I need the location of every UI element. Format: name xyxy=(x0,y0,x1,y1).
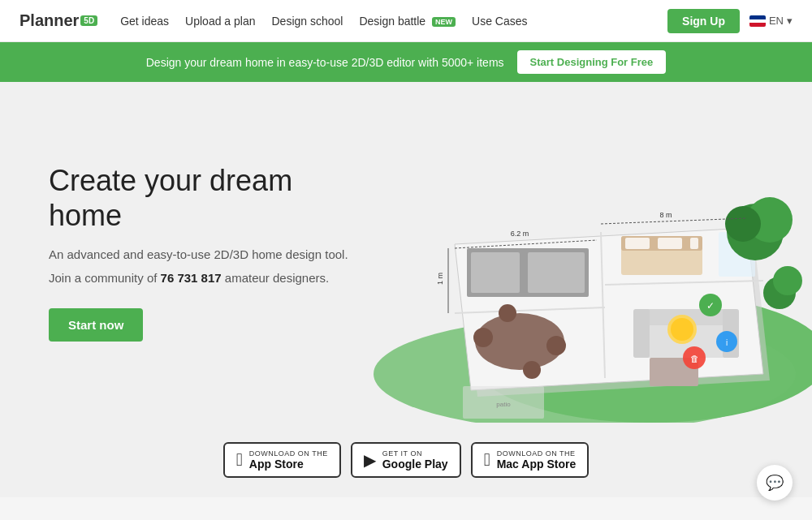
banner-text: Design your dream home in easy-to-use 2D… xyxy=(146,56,504,69)
new-badge: NEW xyxy=(432,17,456,27)
svg-rect-23 xyxy=(658,238,682,249)
svg-text:✓: ✓ xyxy=(706,300,715,312)
language-selector[interactable]: EN ▾ xyxy=(749,15,793,27)
hero-image: 8 m 6.2 m ✓ 🗑 i patio 1 m xyxy=(357,98,812,415)
svg-rect-17 xyxy=(633,309,650,358)
svg-rect-8 xyxy=(471,252,520,293)
start-designing-button[interactable]: Start Designing For Free xyxy=(517,50,667,74)
hero-section: Create your dream home An advanced and e… xyxy=(0,82,812,423)
nav-get-ideas[interactable]: Get ideas xyxy=(120,15,169,28)
app-store-button[interactable]:  Download on the App Store xyxy=(223,442,341,478)
svg-point-30 xyxy=(773,266,802,295)
svg-point-14 xyxy=(523,361,541,379)
lang-label: EN xyxy=(769,15,784,27)
flag-icon xyxy=(749,15,766,27)
navigation: Planner 5D Get ideas Upload a plan Desig… xyxy=(0,0,812,42)
svg-text:i: i xyxy=(726,338,728,347)
mac-store-big-label: Mac App Store xyxy=(497,458,577,471)
promo-banner: Design your dream home in easy-to-use 2D… xyxy=(0,42,812,82)
google-play-labels: GET IT ON Google Play xyxy=(382,449,448,471)
chat-button[interactable]: 💬 xyxy=(757,465,793,501)
google-play-big-label: Google Play xyxy=(382,458,448,471)
hero-title: Create your dream home xyxy=(49,163,357,233)
android-icon: ▶ xyxy=(364,450,376,470)
svg-text:patio: patio xyxy=(496,401,511,408)
svg-line-31 xyxy=(601,218,747,224)
svg-point-13 xyxy=(499,304,516,322)
app-store-small-label: Download on the xyxy=(249,449,328,458)
svg-rect-22 xyxy=(625,238,650,249)
hero-subtitle-line2: Join a community of 76 731 817 amateur d… xyxy=(49,269,357,288)
start-now-button[interactable]: Start now xyxy=(49,308,143,342)
svg-point-28 xyxy=(725,206,761,242)
hero-content: Create your dream home An advanced and e… xyxy=(49,163,357,342)
app-stores-section:  Download on the App Store ▶ GET IT ON … xyxy=(0,423,812,497)
svg-point-11 xyxy=(473,328,493,347)
mac-apple-icon:  xyxy=(484,449,490,471)
nav-right: Sign Up EN ▾ xyxy=(667,9,793,33)
svg-point-12 xyxy=(546,336,566,355)
svg-text:6.2 m: 6.2 m xyxy=(511,230,529,238)
logo-badge: 5D xyxy=(80,15,97,26)
mac-app-store-button[interactable]:  Download on the Mac App Store xyxy=(471,442,590,478)
nav-links: Get ideas Upload a plan Design school De… xyxy=(120,15,667,28)
nav-design-battle[interactable]: Design battle NEW xyxy=(359,15,456,28)
google-play-small-label: GET IT ON xyxy=(382,449,448,458)
mac-store-labels: Download on the Mac App Store xyxy=(497,449,577,471)
nav-design-school[interactable]: Design school xyxy=(272,15,343,28)
nav-use-cases[interactable]: Use Cases xyxy=(472,15,527,28)
mac-store-small-label: Download on the xyxy=(497,449,577,458)
app-store-labels: Download on the App Store xyxy=(249,449,328,471)
svg-rect-9 xyxy=(528,252,585,293)
signup-button[interactable]: Sign Up xyxy=(667,9,740,33)
svg-text:8 m: 8 m xyxy=(659,211,672,219)
google-play-button[interactable]: ▶ GET IT ON Google Play xyxy=(351,442,461,478)
bottom-section: Home Design Made Easy Just 3 easy steps … xyxy=(0,497,812,520)
svg-text:🗑: 🗑 xyxy=(690,354,699,363)
chevron-down-icon: ▾ xyxy=(787,15,793,27)
svg-text:1 m: 1 m xyxy=(436,273,444,285)
app-store-big-label: App Store xyxy=(249,458,328,471)
svg-point-36 xyxy=(671,318,693,341)
svg-rect-24 xyxy=(690,238,698,249)
logo[interactable]: Planner 5D xyxy=(19,11,97,30)
chat-icon: 💬 xyxy=(766,474,784,492)
logo-text: Planner xyxy=(19,11,79,30)
apple-icon:  xyxy=(236,449,243,471)
hero-subtitle-line1: An advanced and easy-to-use 2D/3D home d… xyxy=(49,246,357,264)
community-count: 76 731 817 xyxy=(161,271,222,285)
nav-upload-plan[interactable]: Upload a plan xyxy=(185,15,255,28)
